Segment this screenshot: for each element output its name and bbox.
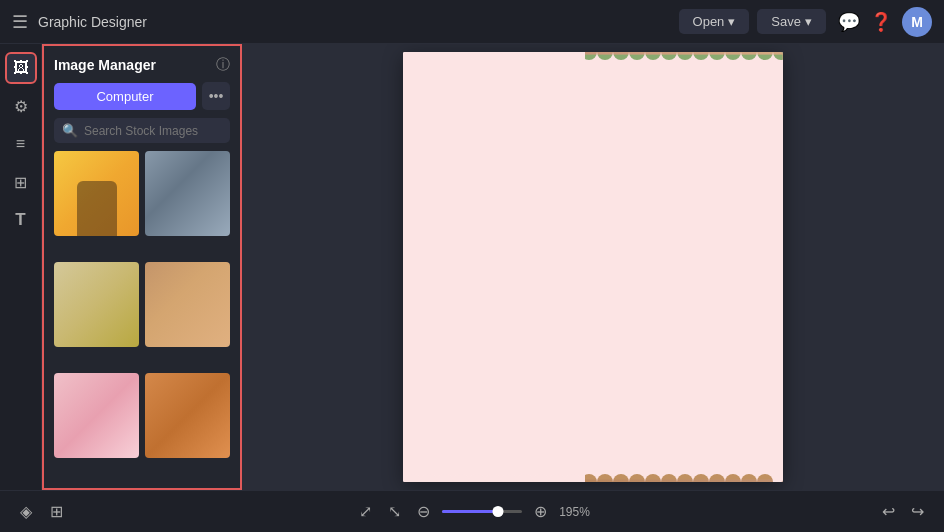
design-canvas[interactable]: Wedding Planning Made Simple ✦ ✦ · — [403, 52, 783, 482]
couple-photo-area — [585, 52, 783, 482]
upload-row: Computer ••• — [54, 82, 230, 110]
undo-button[interactable]: ↩ — [878, 498, 899, 525]
topbar: ☰ Graphic Designer Open ▾ Save ▾ 💬 ❓ M — [0, 0, 944, 44]
help-icon[interactable]: ❓ — [870, 11, 892, 33]
images-grid — [54, 151, 230, 478]
panel-header: Image Manager ⓘ — [54, 56, 230, 74]
svg-point-6 — [585, 242, 783, 282]
canvas-area: Wedding Planning Made Simple ✦ ✦ · — [242, 44, 944, 490]
list-item[interactable] — [54, 262, 139, 347]
topbar-left: ☰ Graphic Designer — [12, 11, 667, 33]
upload-computer-button[interactable]: Computer — [54, 83, 196, 110]
zoom-in-button[interactable]: ⊕ — [530, 498, 551, 525]
zoom-percentage: 195% — [559, 505, 590, 519]
couple-svg — [585, 52, 783, 482]
svg-rect-9 — [655, 333, 665, 373]
image-manager-panel: Image Manager ⓘ Computer ••• 🔍 — [42, 44, 242, 490]
wedding-title: Wedding Planning Made Simple — [439, 82, 556, 236]
topbar-center: Open ▾ Save ▾ — [679, 9, 826, 34]
save-button[interactable]: Save ▾ — [757, 9, 826, 34]
svg-text:✦: ✦ — [468, 316, 474, 323]
toolbar-left: ◈ ⊞ — [16, 498, 67, 525]
toolbar-center: ⤢ ⤡ ⊖ ⊕ 195% — [355, 498, 590, 525]
list-item[interactable] — [145, 151, 230, 236]
couple-photo — [585, 52, 783, 482]
zoom-out-button[interactable]: ⊖ — [413, 498, 434, 525]
sidebar-item-images[interactable]: 🖼 — [5, 52, 37, 84]
svg-point-3 — [645, 64, 685, 163]
grid-toolbar-icon[interactable]: ⊞ — [46, 498, 67, 525]
svg-rect-12 — [688, 280, 712, 334]
search-icon: 🔍 — [62, 123, 78, 138]
website-text: TheBlush Bouquet.com — [421, 406, 480, 442]
list-item[interactable] — [54, 151, 139, 236]
topbar-right: 💬 ❓ M — [838, 7, 932, 37]
svg-rect-13 — [684, 334, 695, 378]
toolbar-right: ↩ ↪ — [878, 498, 928, 525]
fit-width-icon[interactable]: ⤢ — [355, 498, 376, 525]
rings-icon: ✦ ✦ · ✦ ✦ — [458, 254, 538, 324]
svg-text:✦: ✦ — [518, 268, 524, 275]
svg-point-11 — [686, 254, 712, 280]
svg-point-18 — [468, 276, 504, 312]
svg-rect-8 — [659, 284, 681, 333]
canvas-text-section: Wedding Planning Made Simple ✦ ✦ · — [403, 52, 593, 482]
svg-rect-14 — [701, 334, 712, 378]
svg-text:✦: ✦ — [463, 259, 470, 268]
svg-text:✦: ✦ — [513, 314, 518, 320]
list-item[interactable] — [54, 373, 139, 458]
icon-sidebar: 🖼 ⚙ ≡ ⊞ T — [0, 44, 42, 490]
main-area: 🖼 ⚙ ≡ ⊞ T Image Manager ⓘ Computer ••• 🔍 — [0, 44, 944, 490]
avatar[interactable]: M — [902, 7, 932, 37]
info-icon[interactable]: ⓘ — [216, 56, 230, 74]
sidebar-item-text[interactable]: T — [5, 204, 37, 236]
zoom-slider[interactable] — [442, 510, 522, 513]
sidebar-item-filters[interactable]: ⚙ — [5, 90, 37, 122]
more-options-button[interactable]: ••• — [202, 82, 230, 110]
redo-button[interactable]: ↪ — [907, 498, 928, 525]
panel-title: Image Manager — [54, 57, 156, 73]
list-item[interactable] — [145, 373, 230, 458]
fit-screen-icon[interactable]: ⤡ — [384, 498, 405, 525]
svg-text:·: · — [493, 257, 495, 263]
svg-point-2 — [590, 74, 639, 193]
search-box: 🔍 — [54, 118, 230, 143]
search-input[interactable] — [84, 124, 222, 138]
svg-point-5 — [742, 69, 783, 178]
svg-point-7 — [658, 260, 682, 284]
open-button[interactable]: Open ▾ — [679, 9, 750, 34]
list-item[interactable] — [145, 262, 230, 347]
app-title: Graphic Designer — [38, 14, 147, 30]
comment-icon[interactable]: 💬 — [838, 11, 860, 33]
website-box: TheBlush Bouquet.com — [413, 396, 488, 452]
bottom-toolbar: ◈ ⊞ ⤢ ⤡ ⊖ ⊕ 195% ↩ ↪ — [0, 490, 944, 532]
sidebar-item-elements[interactable]: ⊞ — [5, 166, 37, 198]
layers-toolbar-icon[interactable]: ◈ — [16, 498, 36, 525]
svg-rect-10 — [670, 333, 680, 373]
sidebar-item-layers[interactable]: ≡ — [5, 128, 37, 160]
menu-icon[interactable]: ☰ — [12, 11, 28, 33]
